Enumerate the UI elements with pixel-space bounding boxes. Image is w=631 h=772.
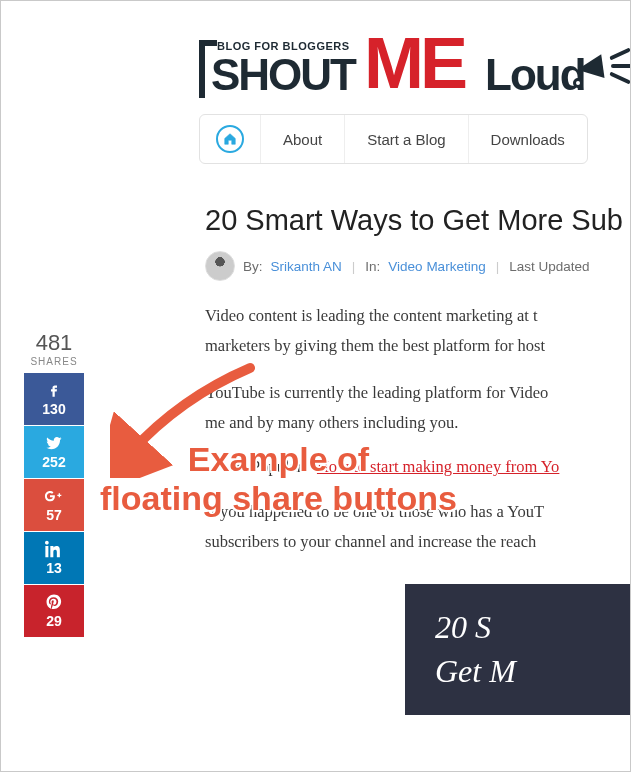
author-avatar[interactable] (205, 251, 235, 281)
article-title: 20 Smart Ways to Get More Sub (205, 204, 631, 237)
updated-label: Last Updated (509, 259, 589, 274)
logo-text-shout: SHOUT (211, 50, 355, 100)
in-label: In: (365, 259, 380, 274)
share-total-count: 481 (24, 330, 84, 356)
googleplus-icon (44, 487, 64, 505)
nav-about[interactable]: About (261, 115, 345, 163)
article-meta: By: Srikanth AN | In: Video Marketing | … (205, 251, 631, 281)
pinterest-icon (45, 593, 63, 611)
para-1a: Video content is leading the content mar… (205, 303, 631, 329)
meta-separator: | (496, 259, 500, 274)
logo-text-me: ME (364, 22, 464, 104)
para-2b: me and by many others including you. (205, 410, 631, 436)
share-total-label: SHARES (24, 356, 84, 367)
nav-home[interactable] (200, 115, 261, 163)
para-3b: subscribers to your channel and increase… (205, 529, 631, 555)
home-icon (216, 125, 244, 153)
nav-downloads[interactable]: Downloads (469, 115, 587, 163)
banner-line2: Get M (435, 650, 611, 693)
popular-bullet: Popular: How to start making money from … (205, 457, 631, 477)
banner-line1: 20 S (435, 606, 611, 649)
share-linkedin-count: 13 (24, 560, 84, 580)
share-linkedin-button[interactable]: 13 (24, 532, 84, 584)
para-1b: marketers by giving them the best platfo… (205, 333, 631, 359)
site-logo[interactable]: BLOG FOR BLOGGERS SHOUT ME Loud (199, 20, 631, 100)
logo-text-loud: Loud (485, 50, 585, 100)
floating-share-bar: 481 SHARES 130 252 57 13 29 (24, 330, 84, 637)
share-googleplus-count: 57 (24, 507, 84, 527)
para-3a: If you happened to be one of those who h… (205, 499, 631, 525)
share-pinterest-button[interactable]: 29 (24, 585, 84, 637)
para-2a: YouTube is currently the leading platfor… (205, 380, 631, 406)
nav-start-blog[interactable]: Start a Blog (345, 115, 468, 163)
category-link[interactable]: Video Marketing (388, 259, 485, 274)
linkedin-icon (45, 540, 63, 558)
logo-bracket (199, 40, 209, 98)
facebook-icon (45, 381, 63, 399)
share-twitter-button[interactable]: 252 (24, 426, 84, 478)
share-pinterest-count: 29 (24, 613, 84, 633)
by-label: By: (243, 259, 263, 274)
bullet-dot-icon (235, 464, 241, 470)
main-nav: About Start a Blog Downloads (199, 114, 588, 164)
share-twitter-count: 252 (24, 454, 84, 474)
share-facebook-count: 130 (24, 401, 84, 421)
article: 20 Smart Ways to Get More Sub By: Srikan… (205, 204, 631, 715)
featured-banner: 20 S Get M (405, 584, 631, 714)
author-link[interactable]: Srikanth AN (271, 259, 342, 274)
share-googleplus-button[interactable]: 57 (24, 479, 84, 531)
bullet-prefix: Popular: (251, 457, 307, 477)
twitter-icon (45, 434, 63, 452)
popular-link[interactable]: How to start making money from Yo (317, 457, 559, 477)
share-facebook-button[interactable]: 130 (24, 373, 84, 425)
meta-separator: | (352, 259, 356, 274)
